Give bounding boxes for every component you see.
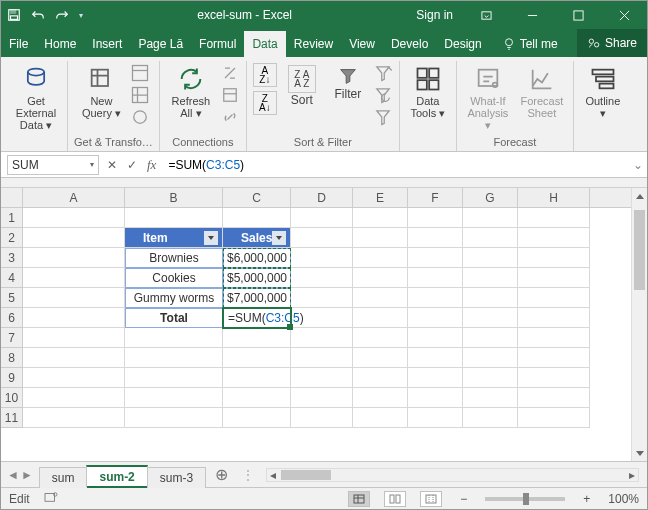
col-header-H[interactable]: H	[518, 188, 590, 207]
ribbon-options-icon[interactable]	[463, 1, 509, 29]
cell-D10[interactable]	[291, 388, 353, 408]
cell-H7[interactable]	[518, 328, 590, 348]
cell-A2[interactable]	[23, 228, 125, 248]
name-box[interactable]: SUM ▾	[7, 155, 99, 175]
row-header-2[interactable]: 2	[1, 228, 22, 248]
cell-C6[interactable]: =SUM(C3:C5)	[223, 308, 291, 328]
recent-sources-icon[interactable]	[130, 107, 150, 127]
fx-icon[interactable]: fx	[147, 157, 156, 173]
minimize-button[interactable]	[509, 1, 555, 29]
cell-G10[interactable]	[463, 388, 518, 408]
sheet-nav-prev-icon[interactable]: ◄	[7, 468, 19, 482]
cell-D4[interactable]	[291, 268, 353, 288]
tab-formul[interactable]: Formul	[191, 31, 244, 57]
row-header-5[interactable]: 5	[1, 288, 22, 308]
row-headers[interactable]: 1234567891011	[1, 208, 23, 428]
column-headers[interactable]: ABCDEFGH	[23, 188, 631, 208]
cell-A11[interactable]	[23, 408, 125, 428]
col-header-D[interactable]: D	[291, 188, 353, 207]
tab-insert[interactable]: Insert	[84, 31, 130, 57]
cancel-formula-icon[interactable]: ✕	[107, 158, 117, 172]
cell-B5[interactable]: Gummy worms	[125, 288, 223, 308]
cell-H11[interactable]	[518, 408, 590, 428]
tab-file[interactable]: File	[1, 31, 36, 57]
vertical-scroll-thumb[interactable]	[634, 210, 645, 290]
cell-A3[interactable]	[23, 248, 125, 268]
show-queries-icon[interactable]	[130, 63, 150, 83]
data-tools-button[interactable]: DataTools ▾	[406, 63, 450, 119]
cell-E7[interactable]	[353, 328, 408, 348]
scroll-up-icon[interactable]	[632, 188, 647, 204]
cell-B9[interactable]	[125, 368, 223, 388]
enter-formula-icon[interactable]: ✓	[127, 158, 137, 172]
cell-A4[interactable]	[23, 268, 125, 288]
name-box-dropdown-icon[interactable]: ▾	[90, 160, 94, 169]
cell-E5[interactable]	[353, 288, 408, 308]
tab-pagel[interactable]: Page Lā	[130, 31, 191, 57]
tab-view[interactable]: View	[341, 31, 383, 57]
cell-C11[interactable]	[223, 408, 291, 428]
cell-F4[interactable]	[408, 268, 463, 288]
tab-home[interactable]: Home	[36, 31, 84, 57]
cell-E9[interactable]	[353, 368, 408, 388]
filter-button[interactable]: Filter	[327, 63, 369, 101]
row-header-8[interactable]: 8	[1, 348, 22, 368]
cell-A7[interactable]	[23, 328, 125, 348]
cell-D9[interactable]	[291, 368, 353, 388]
cell-H9[interactable]	[518, 368, 590, 388]
horizontal-scroll-thumb[interactable]	[281, 470, 331, 480]
cell-F11[interactable]	[408, 408, 463, 428]
cell-C8[interactable]	[223, 348, 291, 368]
cell-H4[interactable]	[518, 268, 590, 288]
worksheet-grid[interactable]: ABCDEFGH 1234567891011 ItemSalesBrownies…	[1, 188, 647, 461]
row-header-10[interactable]: 10	[1, 388, 22, 408]
cell-D1[interactable]	[291, 208, 353, 228]
cell-A1[interactable]	[23, 208, 125, 228]
sheet-nav-next-icon[interactable]: ►	[21, 468, 33, 482]
col-header-F[interactable]: F	[408, 188, 463, 207]
fill-handle[interactable]	[287, 324, 293, 330]
redo-icon[interactable]	[55, 8, 69, 22]
cell-A10[interactable]	[23, 388, 125, 408]
cell-G8[interactable]	[463, 348, 518, 368]
cell-H2[interactable]	[518, 228, 590, 248]
sign-in-button[interactable]: Sign in	[406, 1, 463, 29]
cell-E10[interactable]	[353, 388, 408, 408]
vertical-scrollbar[interactable]	[631, 188, 647, 461]
cell-H1[interactable]	[518, 208, 590, 228]
zoom-slider[interactable]	[485, 497, 565, 501]
cell-E1[interactable]	[353, 208, 408, 228]
cell-F2[interactable]	[408, 228, 463, 248]
reapply-icon[interactable]	[373, 85, 393, 105]
cell-C4[interactable]: $5,000,000	[223, 268, 291, 288]
sort-asc-icon[interactable]: AZ↓	[253, 63, 277, 87]
cell-B7[interactable]	[125, 328, 223, 348]
cell-F3[interactable]	[408, 248, 463, 268]
cell-E6[interactable]	[353, 308, 408, 328]
tell-me[interactable]: Tell me	[494, 31, 566, 57]
cell-B8[interactable]	[125, 348, 223, 368]
advanced-filter-icon[interactable]	[373, 107, 393, 127]
tab-design[interactable]: Design	[436, 31, 489, 57]
scroll-left-icon[interactable]: ◂	[267, 469, 279, 481]
new-sheet-button[interactable]: ⊕	[205, 465, 238, 484]
select-all-corner[interactable]	[1, 188, 23, 208]
cell-C10[interactable]	[223, 388, 291, 408]
col-header-C[interactable]: C	[223, 188, 291, 207]
cell-E8[interactable]	[353, 348, 408, 368]
col-header-G[interactable]: G	[463, 188, 518, 207]
cell-A8[interactable]	[23, 348, 125, 368]
cell-A9[interactable]	[23, 368, 125, 388]
forecast-sheet-button[interactable]: ForecastSheet	[517, 63, 567, 119]
cell-H3[interactable]	[518, 248, 590, 268]
properties-icon[interactable]	[220, 85, 240, 105]
get-external-data-button[interactable]: Get ExternalData ▾	[11, 63, 61, 131]
col-header-A[interactable]: A	[23, 188, 125, 207]
filter-dropdown-icon[interactable]	[204, 231, 218, 245]
cell-D3[interactable]	[291, 248, 353, 268]
cell-E2[interactable]	[353, 228, 408, 248]
page-break-view-button[interactable]	[420, 491, 442, 507]
cell-B6[interactable]: Total	[125, 308, 223, 328]
row-header-6[interactable]: 6	[1, 308, 22, 328]
cell-H6[interactable]	[518, 308, 590, 328]
